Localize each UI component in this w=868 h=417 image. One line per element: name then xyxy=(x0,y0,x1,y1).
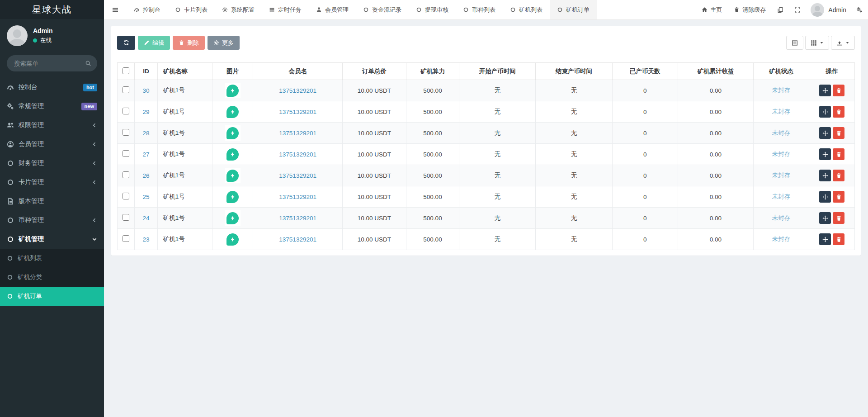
row-checkbox[interactable] xyxy=(123,150,129,157)
member-link[interactable]: 13751329201 xyxy=(279,87,316,94)
id-link[interactable]: 25 xyxy=(142,194,149,200)
row-delete-button[interactable] xyxy=(833,106,844,118)
delete-button[interactable]: 删除 xyxy=(173,36,205,50)
clear-cache-link[interactable]: 清除缓存 xyxy=(728,0,772,19)
row-delete-button[interactable] xyxy=(833,191,844,203)
row-checkbox[interactable] xyxy=(123,108,129,114)
row-delete-button[interactable] xyxy=(833,127,844,139)
tab-0[interactable]: 控制台 xyxy=(127,0,168,19)
move-button[interactable] xyxy=(819,85,831,96)
miner-image[interactable] xyxy=(225,168,241,183)
row-delete-button[interactable] xyxy=(833,85,844,96)
status-link[interactable]: 未封存 xyxy=(772,236,791,242)
move-icon xyxy=(822,88,828,94)
id-link[interactable]: 29 xyxy=(142,109,149,115)
sidebar-item-0[interactable]: 控制台hot xyxy=(0,78,104,97)
miner-image[interactable] xyxy=(225,104,241,119)
tab-9[interactable]: 矿机订单 xyxy=(550,0,597,19)
move-button[interactable] xyxy=(819,233,831,245)
status-link[interactable]: 未封存 xyxy=(772,87,791,94)
sidebar-item-7[interactable]: 币种管理 xyxy=(0,211,104,230)
member-link[interactable]: 13751329201 xyxy=(279,172,316,179)
select-all-checkbox[interactable] xyxy=(123,67,129,74)
status-link[interactable]: 未封存 xyxy=(772,214,791,221)
status-link[interactable]: 未封存 xyxy=(772,193,791,200)
refresh-button[interactable] xyxy=(117,36,135,50)
move-icon xyxy=(822,173,828,179)
id-link[interactable]: 24 xyxy=(142,215,149,222)
sidebar-subitem-0[interactable]: 矿机列表 xyxy=(0,249,104,268)
row-checkbox[interactable] xyxy=(123,129,129,136)
miner-image[interactable] xyxy=(225,189,241,204)
move-button[interactable] xyxy=(819,127,831,139)
move-icon xyxy=(822,109,828,115)
sidebar-subitem-1[interactable]: 矿机分类 xyxy=(0,268,104,287)
row-checkbox[interactable] xyxy=(123,235,129,242)
sidebar-item-8[interactable]: 矿机管理 xyxy=(0,230,104,249)
move-button[interactable] xyxy=(819,148,831,160)
user-menu[interactable]: Admin xyxy=(806,0,851,19)
row-checkbox[interactable] xyxy=(123,193,129,199)
row-delete-button[interactable] xyxy=(833,233,844,245)
sidebar-item-5[interactable]: 卡片管理 xyxy=(0,173,104,192)
move-button[interactable] xyxy=(819,106,831,118)
copy-page-button[interactable] xyxy=(772,0,789,19)
columns-button[interactable] xyxy=(805,36,829,50)
sidebar-item-4[interactable]: 财务管理 xyxy=(0,154,104,173)
edit-button[interactable]: 编辑 xyxy=(138,36,170,50)
tab-4[interactable]: 会员管理 xyxy=(309,0,356,19)
member-link[interactable]: 13751329201 xyxy=(279,194,316,200)
miner-image[interactable] xyxy=(225,125,241,141)
search-input[interactable] xyxy=(7,55,97,71)
status-link[interactable]: 未封存 xyxy=(772,172,791,179)
tab-1[interactable]: 卡片列表 xyxy=(168,0,215,19)
sidebar-subitem-2[interactable]: 矿机订单 xyxy=(0,287,104,306)
home-link[interactable]: 主页 xyxy=(696,0,728,19)
table-row: 23矿机1号1375132920110.00 USDT500.00无无00.00… xyxy=(118,229,855,250)
member-link[interactable]: 13751329201 xyxy=(279,109,316,115)
move-button[interactable] xyxy=(819,170,831,181)
more-button[interactable]: 更多 xyxy=(208,36,240,50)
fullscreen-button[interactable] xyxy=(789,0,806,19)
id-link[interactable]: 28 xyxy=(142,130,149,137)
sidebar-toggle-button[interactable] xyxy=(104,0,127,19)
sidebar-item-6[interactable]: 版本管理 xyxy=(0,192,104,211)
member-link[interactable]: 13751329201 xyxy=(279,151,316,158)
row-checkbox[interactable] xyxy=(123,214,129,221)
toggle-view-button[interactable] xyxy=(786,36,803,50)
row-delete-button[interactable] xyxy=(833,170,844,181)
member-link[interactable]: 13751329201 xyxy=(279,236,316,243)
export-button[interactable] xyxy=(831,36,855,50)
miner-image[interactable] xyxy=(225,83,241,98)
row-delete-button[interactable] xyxy=(833,148,844,160)
miner-image[interactable] xyxy=(225,210,241,226)
row-checkbox[interactable] xyxy=(123,86,129,93)
tab-3[interactable]: 定时任务 xyxy=(262,0,309,19)
sidebar-item-2[interactable]: 权限管理 xyxy=(0,116,104,135)
id-link[interactable]: 26 xyxy=(142,172,149,179)
status-link[interactable]: 未封存 xyxy=(772,108,791,115)
tab-7[interactable]: 币种列表 xyxy=(456,0,503,19)
move-button[interactable] xyxy=(819,191,831,203)
row-delete-button[interactable] xyxy=(833,212,844,224)
sidebar-item-1[interactable]: 常规管理new xyxy=(0,97,104,116)
sidebar-item-3[interactable]: 会员管理 xyxy=(0,135,104,154)
status-link[interactable]: 未封存 xyxy=(772,151,791,157)
tab-6[interactable]: 提现审核 xyxy=(409,0,456,19)
order-total: 10.00 USDT xyxy=(342,229,406,250)
id-link[interactable]: 23 xyxy=(142,236,149,243)
miner-image[interactable] xyxy=(225,232,241,247)
miner-image[interactable] xyxy=(225,147,241,162)
tab-5[interactable]: 资金流记录 xyxy=(356,0,409,19)
member-link[interactable]: 13751329201 xyxy=(279,130,316,137)
status-link[interactable]: 未封存 xyxy=(772,129,791,136)
id-link[interactable]: 30 xyxy=(142,87,149,94)
id-link[interactable]: 27 xyxy=(142,151,149,158)
member-link[interactable]: 13751329201 xyxy=(279,215,316,222)
settings-button[interactable] xyxy=(851,0,868,19)
row-checkbox[interactable] xyxy=(123,171,129,178)
tab-8[interactable]: 矿机列表 xyxy=(503,0,550,19)
move-button[interactable] xyxy=(819,212,831,224)
coin-icon xyxy=(226,85,239,97)
tab-2[interactable]: 系统配置 xyxy=(215,0,262,19)
